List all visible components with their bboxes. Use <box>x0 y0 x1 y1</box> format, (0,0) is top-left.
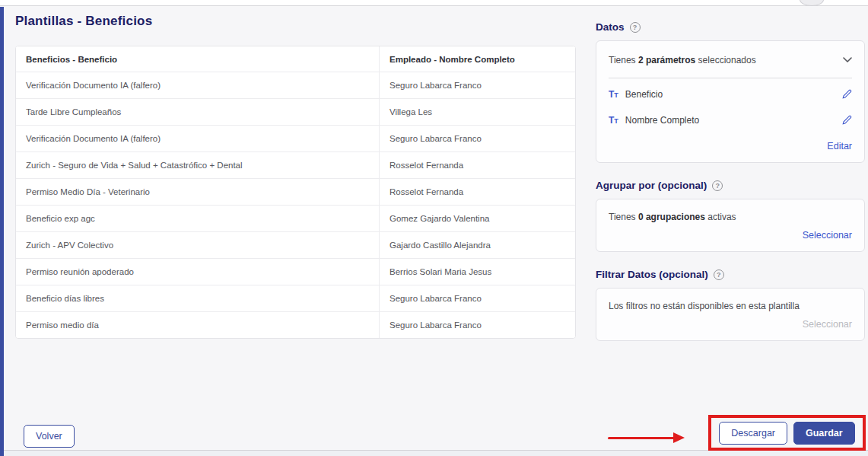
table-cell: Permiso Medio Día - Veterinario <box>16 179 380 205</box>
descargar-button[interactable]: Descargar <box>719 422 787 445</box>
guardar-button[interactable]: Guardar <box>793 422 855 445</box>
table-cell: Villega Les <box>380 99 575 125</box>
left-accent-bar <box>0 7 4 456</box>
agrupar-section-header: Agrupar por (opcional) ? <box>596 180 865 191</box>
chevron-down-icon[interactable] <box>843 57 852 63</box>
table-row: Verificación Documento IA (falfero)Segur… <box>16 72 575 99</box>
table-cell: Seguro Labarca Franco <box>380 72 575 98</box>
filtrar-section-title: Filtrar Datos (opcional) <box>596 269 708 280</box>
column-header-beneficio: Beneficios - Beneficio <box>16 46 380 72</box>
table-header-row: Beneficios - Beneficio Empleado - Nombre… <box>16 46 575 72</box>
param-row-nombre-completo: TT Nombre Completo <box>609 107 852 133</box>
datos-card: Tienes 2 parámetros seleccionados TT Ben… <box>596 40 865 163</box>
table-row: Permiso Medio Día - VeterinarioRosselot … <box>16 179 575 206</box>
table-cell: Zurich - APV Colectivo <box>16 232 380 258</box>
table-cell: Rosselot Fernanda <box>380 152 575 178</box>
table-cell: Berrios Solari Maria Jesus <box>380 259 575 285</box>
table-cell: Seguro Labarca Franco <box>380 312 575 338</box>
config-panel: Datos ? Tienes 2 parámetros seleccionado… <box>596 21 865 358</box>
results-table: Beneficios - Beneficio Empleado - Nombre… <box>15 46 576 339</box>
table-cell: Beneficio días libres <box>16 285 380 311</box>
seleccionar-filtros-link-disabled: Seleccionar <box>803 319 852 330</box>
agrupar-summary-text: Tienes 0 agrupaciones activas <box>609 210 852 222</box>
agrupar-card: Tienes 0 agrupaciones activas Selecciona… <box>596 199 865 252</box>
agrupar-card-actions: Seleccionar <box>609 222 852 241</box>
table-cell: Verificación Documento IA (falfero) <box>16 126 380 151</box>
bottom-border <box>0 450 868 456</box>
filtrar-card: Los filtros no están disponibles en esta… <box>596 288 865 341</box>
table-row: Zurich - Seguro de Vida + Salud + Catast… <box>16 152 575 179</box>
param-row-beneficio: TT Beneficio <box>609 81 852 107</box>
help-icon[interactable]: ? <box>712 180 723 191</box>
datos-section-title: Datos <box>596 21 625 33</box>
table-row: Verificación Documento IA (falfero)Segur… <box>16 126 575 152</box>
edit-pencil-icon[interactable] <box>841 89 852 100</box>
table-body: Verificación Documento IA (falfero)Segur… <box>16 72 575 338</box>
help-icon[interactable]: ? <box>714 269 724 280</box>
edit-pencil-icon[interactable] <box>841 115 852 126</box>
table-row: Tarde Libre CumpleañosVillega Les <box>16 99 575 126</box>
annotation-arrow-head <box>673 432 685 443</box>
table-cell: Beneficio exp agc <box>16 206 380 231</box>
filtrar-card-actions: Seleccionar <box>609 311 852 330</box>
column-header-nombre-completo: Empleado - Nombre Completo <box>380 46 575 72</box>
param-label: Beneficio <box>625 89 663 100</box>
text-type-icon: TT <box>609 90 618 99</box>
table-row: Permiso reunión apoderadoBerrios Solari … <box>16 259 575 285</box>
table-cell: Seguro Labarca Franco <box>380 285 575 311</box>
param-label: Nombre Completo <box>625 115 699 126</box>
editar-link[interactable]: Editar <box>827 141 852 151</box>
filtrar-info-text: Los filtros no están disponibles en esta… <box>609 299 852 311</box>
top-border <box>0 0 868 6</box>
annotation-arrow <box>608 437 675 439</box>
table-cell: Permiso medio día <box>16 312 380 338</box>
volver-button[interactable]: Volver <box>24 425 75 448</box>
annotation-highlight-box: Descargar Guardar <box>708 415 866 451</box>
table-row: Permiso medio díaSeguro Labarca Franco <box>16 312 575 338</box>
agrupar-section-title: Agrupar por (opcional) <box>596 180 707 191</box>
table-cell: Verificación Documento IA (falfero) <box>16 72 380 98</box>
table-cell: Gomez Gajardo Valentina <box>380 206 575 231</box>
divider <box>609 78 852 78</box>
table-row: Beneficio días libresSeguro Labarca Fran… <box>16 285 575 312</box>
table-cell: Gajardo Castillo Alejandra <box>380 232 575 258</box>
filtrar-section-header: Filtrar Datos (opcional) ? <box>596 269 865 280</box>
table-cell: Tarde Libre Cumpleaños <box>16 99 380 125</box>
params-summary-text: Tienes 2 parámetros seleccionados <box>609 55 756 65</box>
page-title: Plantillas - Beneficios <box>15 14 152 29</box>
text-type-icon: TT <box>609 116 618 125</box>
seleccionar-agrupaciones-link[interactable]: Seleccionar <box>803 230 852 241</box>
help-icon[interactable]: ? <box>630 22 641 33</box>
table-cell: Seguro Labarca Franco <box>380 126 575 151</box>
table-row: Beneficio exp agcGomez Gajardo Valentina <box>16 206 575 232</box>
table-cell: Rosselot Fernanda <box>380 179 575 205</box>
params-summary-row[interactable]: Tienes 2 parámetros seleccionados <box>609 52 852 78</box>
datos-card-actions: Editar <box>609 133 852 151</box>
table-cell: Zurich - Seguro de Vida + Salud + Catast… <box>16 152 380 178</box>
table-row: Zurich - APV ColectivoGajardo Castillo A… <box>16 232 575 259</box>
table-cell: Permiso reunión apoderado <box>16 259 380 285</box>
datos-section-header: Datos ? <box>596 21 865 33</box>
